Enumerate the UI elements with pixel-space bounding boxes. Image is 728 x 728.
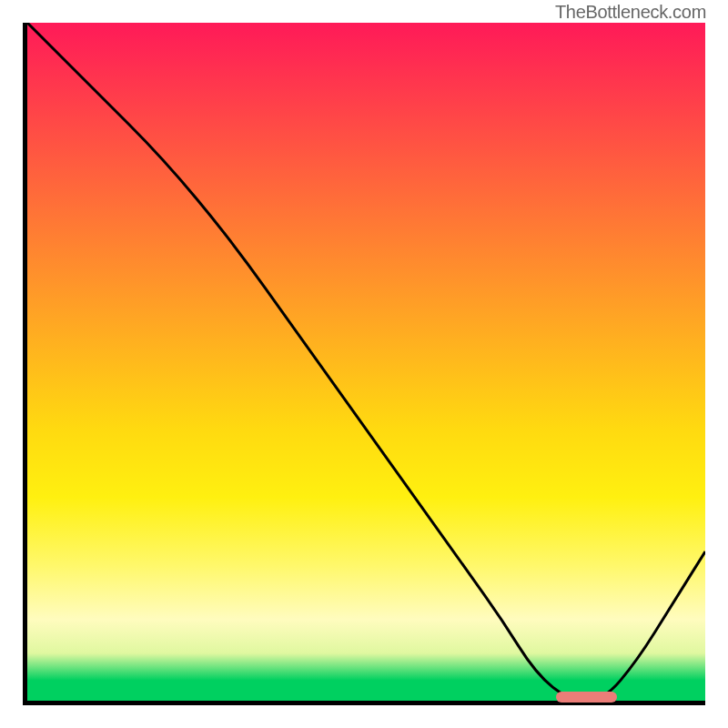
optimal-range-marker (556, 692, 617, 703)
bottleneck-curve (27, 23, 705, 701)
watermark-text: TheBottleneck.com (555, 2, 706, 23)
bottleneck-chart: TheBottleneck.com (0, 0, 728, 728)
curve-line (27, 23, 705, 701)
plot-area (23, 23, 705, 705)
